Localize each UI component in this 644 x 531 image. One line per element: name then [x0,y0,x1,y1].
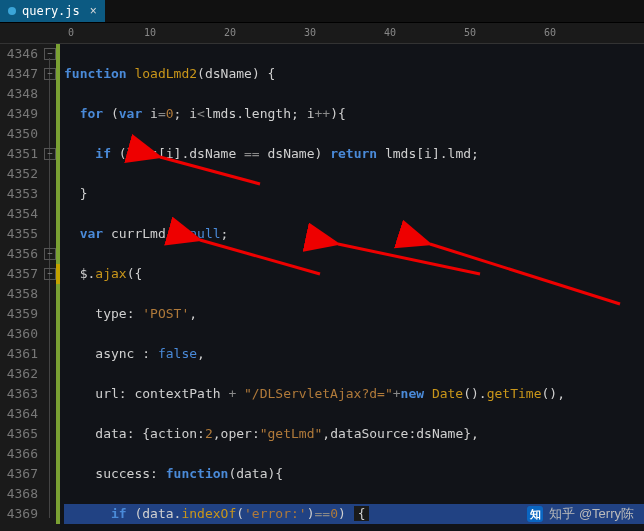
line-number: 4348 [0,84,38,104]
line-number: 4360 [0,324,38,344]
fold-marker[interactable]: − [44,68,56,80]
ruler-tick: 50 [464,27,476,38]
line-number: 4361 [0,344,38,364]
line-number: 4365 [0,424,38,444]
line-number: 4362 [0,364,38,384]
line-number: 4350 [0,124,38,144]
line-number: 4346 [0,44,38,64]
line-number: 4369 [0,504,38,524]
line-number: 4357 [0,264,38,284]
code-area[interactable]: function loadLmd2(dsName) { for (var i=0… [60,44,644,531]
tab-label: query.js [22,4,80,18]
line-number: 4363 [0,384,38,404]
tab-bar: query.js × [0,0,644,23]
ruler: 0 10 20 30 40 50 60 [0,23,644,44]
ruler-tick: 20 [224,27,236,38]
line-number: 4355 [0,224,38,244]
zhihu-logo-icon: 知 [527,506,543,522]
line-number: 4347 [0,64,38,84]
line-number: 4364 [0,404,38,424]
close-icon[interactable]: × [90,4,97,18]
line-number: 4368 [0,484,38,504]
line-number: 4349 [0,104,38,124]
ruler-tick: 10 [144,27,156,38]
line-number: 4358 [0,284,38,304]
ruler-tick: 60 [544,27,556,38]
line-number: 4356 [0,244,38,264]
fold-marker[interactable]: − [44,148,56,160]
line-number: 4367 [0,464,38,484]
fold-marker[interactable]: − [44,248,56,260]
watermark-text: 知乎 @Terry陈 [549,505,634,523]
line-number: 4353 [0,184,38,204]
line-number: 4359 [0,304,38,324]
ruler-tick: 30 [304,27,316,38]
file-icon [8,7,16,15]
fold-gutter: − − − − − [44,44,56,531]
fold-marker[interactable]: − [44,48,56,60]
ruler-tick: 0 [68,27,74,38]
line-number: 4354 [0,204,38,224]
line-number-gutter: 4346434743484349435043514352435343544355… [0,44,44,531]
fold-marker[interactable]: − [44,268,56,280]
ruler-tick: 40 [384,27,396,38]
line-number: 4351 [0,144,38,164]
tab-query-js[interactable]: query.js × [0,0,105,22]
line-number: 4366 [0,444,38,464]
line-number: 4352 [0,164,38,184]
watermark: 知 知乎 @Terry陈 [527,505,634,523]
